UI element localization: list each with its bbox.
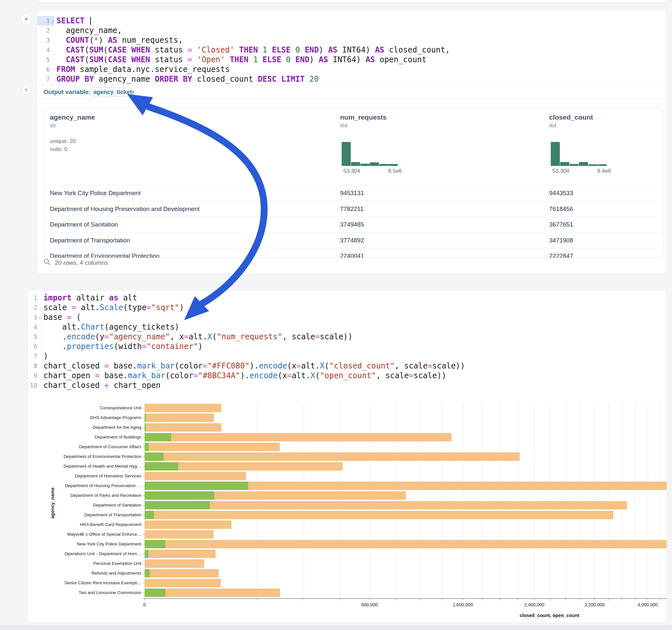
output-variable-pill[interactable]: agency_tickets [90,88,134,97]
y-axis-label: DHS Advantage Programs [47,415,141,420]
code-line[interactable]: 1⌄SELECT [37,16,667,26]
code-line[interactable]: 5 CAST(SUM(CASE WHEN status = 'Open' THE… [37,55,667,65]
table-cell: 7618456 [549,201,573,217]
closed-count-bar [145,423,221,432]
table-cell: 7782211 [340,201,364,217]
search-icon[interactable] [44,258,51,265]
column-stat: unique: 20 [50,138,147,145]
y-axis-label: Department of Homeless Services [47,474,141,478]
y-axis-tick [143,593,145,593]
column-header-closed_count[interactable]: closed_counti6453,3049.4e6 [549,114,646,175]
table-cell: 3749485 [340,217,364,232]
table-cell: 9443533 [549,185,573,201]
y-axis-tick [143,437,145,437]
text-cursor [90,17,91,25]
horizontal-scrollbar[interactable] [0,626,672,630]
open-count-bar [145,588,165,597]
code-line[interactable]: 7GROUP BY agency_name ORDER BY closed_co… [37,74,667,84]
y-axis-tick [143,534,145,535]
y-axis-tick [143,583,145,583]
gridline [369,403,370,598]
y-axis-label: Mayorâ€ s Office of Special Enforce… [47,532,141,537]
output-variable-bar: Output variable: agency_tickets [37,85,667,98]
open-count-bar [145,491,214,500]
sql-cell: 1⌄SELECT 2 agency_name,3 COUNT(*) AS num… [37,10,667,274]
table-cell: Department of Sanitation [50,217,118,232]
add-cell-button-middle[interactable]: + [21,85,31,95]
open-count-bar [145,501,210,509]
closed-count-bar [145,550,216,558]
x-axis-tick-label: 3,200,000 [584,602,605,607]
closed-count-bar [145,453,520,461]
y-axis-label: New York City Police Department [47,541,141,547]
column-type: i64 [340,122,437,129]
x-axis-tick-label: 800,000 [361,602,378,607]
table-cell: 9453131 [340,185,364,201]
code-text: GROUP BY agency_name ORDER BY closed_cou… [56,74,319,84]
open-count-bar [145,462,178,470]
column-header-agency_name[interactable]: agency_namestrunique: 20nulls: 0 [50,114,147,175]
column-type: i64 [549,122,646,129]
line-number: 7 [37,74,54,84]
table-cell: Department of Housing Preservation and D… [50,201,200,217]
y-axis-tick [143,544,145,544]
add-cell-button-top[interactable]: + [20,13,32,25]
open-count-bar [145,511,154,519]
code-line[interactable]: 3 COUNT(*) AS num_requests, [37,35,667,45]
column-histogram [551,142,607,166]
code-line[interactable]: 4 CAST(SUM(CASE WHEN status = 'Closed' T… [37,45,667,55]
gridline [420,403,421,598]
line-number: 2 [37,26,54,35]
gridline [463,403,463,598]
gridline [565,403,566,598]
y-axis-label: Department for the Aging [47,425,141,430]
closed-count-bar [145,579,221,587]
y-axis-tick [143,495,145,496]
closed-count-bar [145,501,627,509]
y-axis-label: Operations Unit - Department of Hom… [47,551,141,556]
code-line[interactable]: 6FROM sample_data.nyc.service_requests [37,65,667,74]
x-axis-tick-label: 2,400,000 [524,602,544,607]
closed-count-bar [145,404,221,412]
gridline [580,403,581,598]
y-axis-tick [143,563,145,564]
line-number: 3 [37,35,54,45]
chevron-down-icon[interactable]: ⌄ [51,15,54,25]
closed-count-bar [145,433,452,441]
table-cell: Department of Transportation [50,233,130,248]
open-count-bar [145,433,171,441]
code-text: CAST(SUM(CASE WHEN status = 'Closed' THE… [56,45,450,55]
table-cell: 3774892 [340,233,364,248]
gridline [595,403,595,598]
x-axis-tick-label: 4,000,000 [638,602,658,607]
sql-code-editor[interactable]: 1⌄SELECT 2 agency_name,3 COUNT(*) AS num… [37,10,667,85]
y-axis-label: Department of Environmental Protection [47,454,141,459]
y-axis-tick [143,525,145,525]
code-line[interactable]: 2 agency_name, [37,26,667,35]
column-header-num_requests[interactable]: num_requestsi6453,3049.5e6 [340,114,437,175]
column-histogram [342,142,398,166]
code-text: FROM sample_data.nyc.service_requests [56,65,230,74]
y-axis-label: Personal Exemption Unit [47,561,141,566]
y-axis-tick [143,447,145,447]
closed-count-bar [145,511,613,519]
table-row: Department of Transportation377489234719… [45,232,663,248]
x-axis-tick-label: 1,600,000 [453,602,473,607]
gridline [635,403,635,598]
closed-count-bar [145,472,246,480]
table-cell: 2222847 [549,248,573,258]
altair-chart: Correspondence UnitDHS Advantage Program… [28,290,667,623]
open-count-bar [145,482,248,490]
table-cell: 3471908 [549,233,573,248]
y-axis-label: Correspondence Unit [47,406,141,410]
gridline [304,403,304,598]
column-stat: nulls: 0 [50,146,147,153]
y-axis-label: HRA Benefit Card Replacement [47,522,141,527]
plus-icon: + [24,86,28,94]
y-axis-label: Department of Parks and Recreation [47,493,141,498]
y-axis-tick [143,466,145,467]
open-count-bar [145,423,146,432]
y-axis-label: Department of Buildings [47,435,141,439]
table-cell: 2240041 [340,248,364,258]
gridline [339,403,340,598]
